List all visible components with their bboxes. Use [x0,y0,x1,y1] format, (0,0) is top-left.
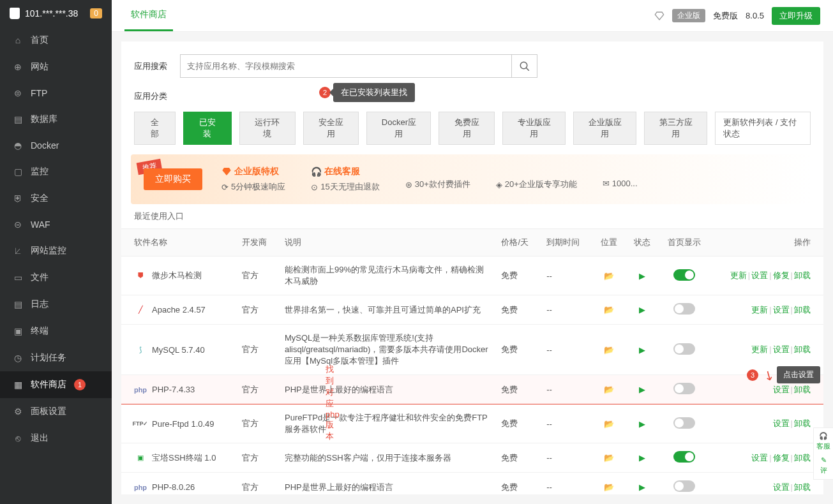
play-icon[interactable]: ▶ [639,482,645,492]
sidebar-item-apps[interactable]: ▦软件商店1 [0,371,112,398]
float-feedback[interactable]: ✎评 [820,456,827,475]
col-header: 位置 [592,229,626,256]
search-button[interactable] [511,55,537,77]
op-卸载[interactable]: 卸载 [794,453,811,463]
chart-icon: ⟀ [13,246,23,256]
home-toggle[interactable] [673,269,695,281]
op-设置[interactable]: 设置 [773,345,790,354]
op-设置[interactable]: 设置 [751,271,768,280]
op-设置[interactable]: 设置 [773,305,790,315]
folder-icon[interactable]: 📂 [604,419,614,429]
folder-icon[interactable]: 📂 [604,482,614,492]
category-btn[interactable]: 企业版应用 [573,112,636,145]
play-icon[interactable]: ▶ [639,305,645,315]
update-list-link[interactable]: 更新软件列表 / 支付状态 [715,112,811,145]
sidebar-item-ftp[interactable]: ⊜FTP [0,80,112,106]
main: 软件商店 企业版 免费版 8.0.5 立即升级 应用搜索 应用分 [112,0,833,504]
home-toggle[interactable] [673,383,695,394]
sidebar-item-clock[interactable]: ◷计划任务 [0,345,112,371]
op-设置[interactable]: 设置 [751,453,768,463]
folder-icon[interactable]: 📂 [604,271,614,281]
play-icon[interactable]: ▶ [639,419,645,429]
float-service[interactable]: 🎧客服 [816,432,830,451]
topbar-right: 企业版 免费版 8.0.5 立即升级 [654,7,820,25]
sidebar-item-database[interactable]: ▤数据库 [0,106,112,133]
op-更新[interactable]: 更新 [751,345,768,354]
sidebar-item-terminal[interactable]: ▣终端 [0,318,112,345]
category-btn[interactable]: Docker应用 [366,112,431,145]
tab-software-store[interactable]: 软件商店 [124,0,173,31]
play-icon[interactable]: ▶ [639,345,645,355]
banner-sub-4: ◈ 20+企业版专享功能 [496,179,577,190]
content: 应用搜索 应用分类 2 在已安装列表里找 全部已安装运行环境安全应用Docker… [121,41,823,494]
op-设置[interactable]: 设置 [773,482,790,492]
folder-icon[interactable]: 📂 [604,345,614,355]
col-header: 说明 [278,229,495,256]
folder-icon[interactable]: 📂 [604,385,614,394]
category-btn[interactable]: 运行环境 [239,112,296,145]
sidebar-item-waf[interactable]: ⊝WAF [0,212,112,237]
sidebar-item-exit[interactable]: ⎋退出 [0,425,112,452]
home-toggle[interactable] [673,303,695,315]
sidebar-item-home[interactable]: ⌂首页 [0,27,112,54]
sidebar-item-label: 网站监控 [31,245,66,256]
sidebar-item-log[interactable]: ▤日志 [0,291,112,318]
topbar: 软件商店 企业版 免费版 8.0.5 立即升级 [112,0,833,32]
op-设置[interactable]: 设置 [773,419,790,428]
app-expire: -- [540,473,592,495]
home-toggle[interactable] [673,451,695,463]
op-卸载[interactable]: 卸载 [794,345,811,354]
category-btn[interactable]: 第三方应用 [644,112,707,145]
log-icon: ▤ [13,299,23,309]
sidebar-item-gear[interactable]: ⚙面板设置 [0,398,112,425]
play-icon[interactable]: ▶ [639,453,645,463]
home-toggle[interactable] [673,480,695,492]
table-row: ▣宝塔SSH终端 1.0 官方 完整功能的SSH客户端，仅用于连接本服务器 免费… [121,443,823,473]
op-卸载[interactable]: 卸载 [794,271,811,280]
app-icon: FTP✓ [134,417,147,430]
op-卸载[interactable]: 卸载 [794,385,811,394]
home-toggle[interactable] [673,343,695,355]
op-设置[interactable]: 设置 [773,385,790,394]
app-price: 免费 [495,375,540,404]
op-卸载[interactable]: 卸载 [794,305,811,315]
op-更新[interactable]: 更新 [751,305,768,315]
sidebar-item-monitor[interactable]: ▢监控 [0,158,112,185]
sidebar-item-shield[interactable]: ⛨安全 [0,185,112,212]
category-btn[interactable]: 免费应用 [439,112,495,145]
folder-icon[interactable]: 📂 [604,305,614,315]
sidebar-item-chart[interactable]: ⟀网站监控 [0,237,112,264]
op-更新[interactable]: 更新 [730,271,747,280]
svg-line-1 [526,68,529,71]
op-卸载[interactable]: 卸载 [794,419,811,428]
notification-badge[interactable]: 0 [90,8,102,19]
folder-icon[interactable]: 📂 [604,453,614,463]
op-卸载[interactable]: 卸载 [794,482,811,492]
sidebar-item-folder[interactable]: ▭文件 [0,264,112,291]
banner-title-2: 🎧 在线客服 [311,166,379,177]
category-btn[interactable]: 专业版应用 [502,112,566,145]
buy-now-button[interactable]: 立即购买 [144,168,202,190]
app-dev: 官方 [236,375,278,404]
sidebar-item-docker[interactable]: ◓Docker [0,133,112,158]
category-btn[interactable]: 全部 [134,112,176,145]
category-btn[interactable]: 安全应用 [303,112,359,145]
banner-sub-1: ⟳ 5分钟极速响应 [221,181,285,193]
sidebar-item-globe[interactable]: ⊕网站 [0,54,112,80]
upgrade-button[interactable]: 立即升级 [772,7,820,25]
op-修复[interactable]: 修复 [773,453,790,463]
app-expire: -- [540,375,592,404]
op-修复[interactable]: 修复 [773,271,790,280]
play-icon[interactable]: ▶ [639,271,645,281]
app-price: 免费 [495,295,540,325]
nav-list: ⌂首页⊕网站⊜FTP▤数据库◓Docker▢监控⛨安全⊝WAF⟀网站监控▭文件▤… [0,27,112,504]
diamond-icon [221,167,232,177]
home-toggle[interactable] [673,417,695,429]
banner-title-1: 企业版特权 [221,166,285,177]
app-icon: ⟆ [134,343,147,356]
docker-icon: ◓ [13,140,23,151]
search-row: 应用搜索 [121,41,823,84]
search-input[interactable] [181,55,511,77]
play-icon[interactable]: ▶ [639,385,645,394]
category-btn[interactable]: 已安装 [183,112,232,145]
